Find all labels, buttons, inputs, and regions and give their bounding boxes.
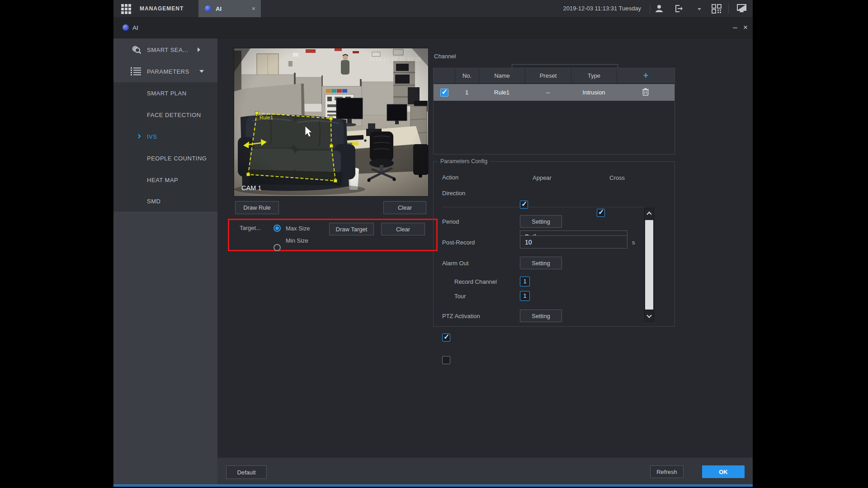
parameters-config-legend: Parameters Config [438,158,490,164]
row-actions-cell [617,84,675,101]
record-channel-label: Record Channel [454,277,497,286]
header-select [434,68,455,83]
management-menu[interactable]: MANAGEMENT [140,0,184,17]
tour-label: Tour [454,292,466,300]
apps-grid-icon[interactable] [121,4,131,14]
logout-caret-icon[interactable] [698,8,701,10]
tour-checkbox[interactable] [442,356,450,364]
user-icon[interactable] [654,4,664,15]
taskbar: MANAGEMENT AI × 2019-12-03 11:13:31 Tues… [113,0,753,17]
draw-rule-button[interactable]: Draw Rule [235,201,279,214]
video-preview[interactable]: 2019-12-03 11:13:29 CAM 1 Rule1 [234,48,428,196]
period-label: Period [442,217,459,226]
add-rule-button[interactable]: + [617,68,675,83]
video-osd-timestamp: 2019-12-03 11:13:29 [369,56,421,62]
sidebar-item-label: SMD [147,198,160,205]
tab-ai-label: AI [216,5,222,12]
header-name: Name [479,68,525,83]
qr-code-icon[interactable] [711,4,722,15]
min-size-radio[interactable] [274,244,281,251]
sidebar-item-label: FACE DETECTION [147,112,201,118]
cross-checkbox[interactable] [597,209,605,217]
rule-name-label: Rule1 [259,115,273,120]
sidebar-item-smart-search[interactable]: SMART SEA... [113,39,217,61]
camera-name-label: CAM 1 [241,184,261,192]
ok-button[interactable]: OK [702,465,745,478]
row-type: Intrusion [571,84,617,101]
logout-icon[interactable] [674,4,684,15]
direction-label: Direction [442,188,465,197]
header-no: No. [455,68,479,83]
parameters-list-icon [131,67,142,78]
tour-value[interactable]: 1 [520,291,530,301]
taskbar-divider [650,4,650,14]
scroll-up-icon[interactable] [645,208,654,218]
delete-rule-icon[interactable] [642,88,649,97]
window-titlebar: AI – × [113,17,753,38]
monitor-icon[interactable] [736,4,747,15]
alarm-out-setting-button[interactable]: Setting [520,257,562,269]
clear-rule-button[interactable]: Clear [383,201,426,214]
sidebar-item-label: HEAT MAP [147,177,178,183]
post-record-unit: s [632,238,635,247]
section-divider [442,207,643,207]
action-label: Action [442,173,458,182]
sidebar-item-people-counting[interactable]: PEOPLE COUNTING [113,147,217,169]
ptz-setting-button[interactable]: Setting [520,310,562,322]
window-globe-icon [123,24,129,31]
rule-polygon [248,113,335,181]
system-datetime: 2019-12-03 11:13:31 Tuesday [553,0,641,17]
tab-ai[interactable]: AI × [198,0,261,17]
appear-label: Appear [533,174,552,182]
bottom-accent-bar [113,484,753,487]
rules-table-header: No. Name Preset Type + [434,68,675,83]
ai-window: MANAGEMENT AI × 2019-12-03 11:13:31 Tues… [113,0,753,487]
sidebar-item-smd[interactable]: SMD [113,191,217,211]
refresh-button[interactable]: Refresh [650,465,684,478]
row-select-cell [434,84,455,101]
sidebar-item-heat-map[interactable]: HEAT MAP [113,169,217,191]
sidebar-item-ivs[interactable]: IVS [113,126,217,147]
post-record-label: Post-Record [442,238,475,247]
channel-label: Channel [434,52,456,61]
sidebar-item-parameters[interactable]: PARAMETERS [113,61,217,82]
header-preset: Preset [525,68,571,83]
smart-search-icon [131,44,142,57]
alarm-out-label: Alarm Out [442,258,469,267]
row-checkbox[interactable] [440,89,448,97]
camera-scene: 2019-12-03 11:13:29 CAM 1 Rule1 [234,48,428,196]
tab-close-icon[interactable]: × [252,0,255,17]
cross-label: Cross [609,174,625,182]
scrollbar-thumb[interactable] [645,220,653,310]
min-size-label: Min Size [286,237,308,244]
table-row[interactable]: 1 Rule1 -- Intrusion [434,84,675,101]
default-button[interactable]: Default [226,465,267,479]
close-button[interactable]: × [741,22,750,33]
plus-icon: + [643,70,649,81]
sidebar-item-label: IVS [147,133,157,140]
post-record-input[interactable]: 10 [520,235,627,249]
params-scrollbar[interactable] [644,208,654,322]
sidebar-item-smart-plan[interactable]: SMART PLAN [113,82,217,104]
sidebar-item-label: SMART PLAN [147,90,187,97]
max-size-label: Max Size [286,225,310,232]
rules-table: No. Name Preset Type + 1 Rule1 -- Intrus… [433,68,675,155]
sidebar-item-label: PEOPLE COUNTING [147,155,207,162]
ai-globe-icon [205,5,211,12]
taskbar-divider [728,4,729,14]
sidebar-item-face-detection[interactable]: FACE DETECTION [113,104,217,126]
header-type: Type [571,68,617,83]
period-setting-button[interactable]: Setting [520,215,562,228]
draw-target-button[interactable]: Draw Target [329,223,374,235]
row-no: 1 [455,84,479,101]
record-channel-value[interactable]: 1 [520,277,530,286]
record-channel-checkbox[interactable] [442,333,450,342]
minimize-button[interactable]: – [731,22,739,33]
scroll-down-icon[interactable] [645,311,654,321]
target-label: Target... [240,223,261,232]
row-preset: -- [525,84,571,101]
expand-right-icon [198,47,200,52]
appear-checkbox[interactable] [520,201,528,209]
max-size-radio[interactable] [274,225,281,232]
clear-target-button[interactable]: Clear [381,223,425,235]
